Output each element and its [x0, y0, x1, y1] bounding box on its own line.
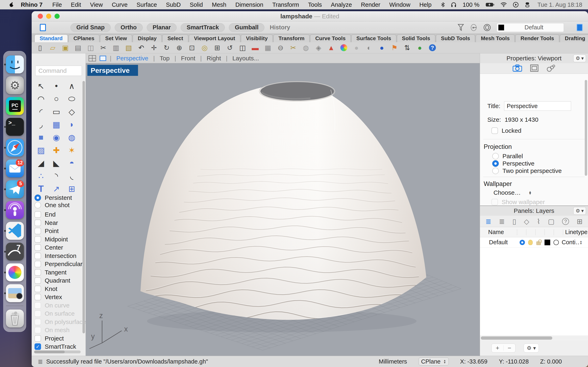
color-dots-tool-icon[interactable]: ∴	[33, 169, 49, 182]
save-icon[interactable]: ▣	[59, 43, 72, 52]
toggle-planar[interactable]: Planar	[147, 23, 177, 32]
curved-surface-tool-icon[interactable]: ◗	[64, 118, 79, 131]
viewport-tab-front[interactable]: Front	[181, 55, 195, 62]
ribbon-tab-standard[interactable]: Standard	[35, 34, 68, 42]
viewport-layout-icon[interactable]: ◫	[236, 43, 249, 52]
viewport-title-input[interactable]	[504, 101, 571, 111]
menu-clock[interactable]: Tue 1. Aug 18:18	[537, 1, 582, 8]
menu-view[interactable]: View	[90, 1, 103, 8]
panel-toggle-icon[interactable]	[577, 24, 583, 31]
cylinder-tool-icon[interactable]: ◍	[64, 131, 79, 144]
headphones-icon[interactable]	[451, 2, 457, 8]
point-tool-icon[interactable]: •	[49, 80, 64, 92]
menu-subd[interactable]: SubD	[166, 1, 181, 8]
dock-item-podcasts[interactable]	[3, 200, 26, 220]
menu-edit[interactable]: Edit	[71, 1, 81, 8]
ribbon-tab-mesh-tools[interactable]: Mesh Tools	[476, 34, 515, 42]
layer-row-default[interactable]: Default Conti… ▲▼	[480, 237, 588, 248]
viewport-tab-perspective[interactable]: Perspective	[116, 55, 148, 62]
ribbon-tab-transform[interactable]: Transform	[273, 34, 310, 42]
earth-icon[interactable]: ●	[414, 43, 426, 52]
locked-checkbox[interactable]	[492, 127, 498, 134]
sidebar-scrollbar[interactable]	[82, 81, 85, 333]
grid-icon[interactable]: ⊞	[577, 217, 583, 225]
menu-mesh[interactable]: Mesh	[212, 1, 226, 8]
units-label[interactable]: Millimeters	[379, 358, 407, 365]
ribbon-tab-surface-tools[interactable]: Surface Tools	[351, 34, 396, 42]
command-history-icon[interactable]: ≣	[38, 358, 43, 365]
viewport-title-label[interactable]: Perspective	[87, 65, 138, 76]
tangent-circle-icon[interactable]: ⊖	[274, 43, 287, 52]
ribbon-tab-viewport-layout[interactable]: Viewport Layout	[189, 34, 240, 42]
viewport-tab-top[interactable]: Top	[160, 55, 169, 62]
apple-menu-icon[interactable]	[9, 2, 14, 7]
scroll-icon[interactable]: ⌇	[537, 217, 540, 225]
cplane-dropdown[interactable]: CPlane ▲▼	[419, 358, 449, 366]
dock-item-safari[interactable]	[3, 137, 26, 158]
render-cone-icon[interactable]: ▲	[325, 43, 337, 52]
sphere-tool-icon[interactable]: ◉	[49, 131, 64, 144]
active-layer-field[interactable]: Default	[497, 23, 564, 32]
display-icon[interactable]: ▢	[548, 217, 554, 225]
box-icon[interactable]: ◇	[524, 217, 529, 225]
ribbon-tab-solid-tools[interactable]: Solid Tools	[397, 34, 435, 42]
dock-item-trash[interactable]	[3, 308, 26, 329]
layer-material-icon[interactable]	[553, 240, 559, 245]
osnap-radio-one-shot[interactable]: One shot	[35, 201, 80, 209]
display-mode-icon[interactable]	[530, 64, 538, 73]
split-tool-icon[interactable]: ◣	[49, 157, 64, 169]
properties-scrollbar[interactable]	[585, 80, 587, 176]
undo-view-icon[interactable]: ↺	[224, 43, 236, 52]
pan-icon[interactable]: ✛	[148, 43, 160, 52]
osnap-check-knot[interactable]: Knot	[35, 285, 80, 293]
color-wheel-icon[interactable]	[337, 43, 350, 52]
projection-perspective[interactable]: Perspective	[492, 160, 562, 167]
viewport-tab-right[interactable]: Right	[207, 55, 221, 62]
flag-icon[interactable]: ⚑	[388, 43, 401, 52]
osnap-check-end[interactable]: End	[35, 210, 80, 219]
bluetooth-icon[interactable]	[441, 2, 445, 8]
history-toggle[interactable]: History	[270, 24, 290, 31]
osnap-check-smarttrack[interactable]: ✓SmartTrack	[35, 342, 80, 351]
spotlight-icon[interactable]: ◍	[300, 43, 312, 52]
menu-dimension[interactable]: Dimension	[235, 1, 263, 8]
dock-item-telegram[interactable]: 5	[3, 179, 26, 200]
control-point-curve-tool-icon[interactable]: ◠	[33, 92, 49, 105]
fillet-curves-tool-icon[interactable]: ◞	[33, 118, 49, 131]
ribbon-tab-drafting[interactable]: Drafting	[560, 34, 588, 42]
plug-circle-icon[interactable]	[470, 24, 478, 32]
link-circles-icon[interactable]	[546, 64, 555, 73]
arc-tool-icon[interactable]: ◜	[33, 105, 49, 118]
osnap-check-near[interactable]: Near	[35, 219, 80, 227]
paste-icon[interactable]: ▧	[122, 43, 135, 52]
trim-tool-icon[interactable]: ◢	[33, 157, 49, 169]
new-file-icon[interactable]: ▯	[34, 43, 46, 52]
print-icon[interactable]: ▤	[72, 43, 84, 52]
wallpaper-choose-dropdown[interactable]: Choose… ▲▼	[493, 189, 532, 196]
menu-analyze[interactable]: Analyze	[331, 1, 352, 8]
split-scissors-icon[interactable]: ✂	[287, 43, 300, 52]
dock-item-system-settings[interactable]: ⚙	[3, 75, 26, 96]
ribbon-tab-select[interactable]: Select	[162, 34, 188, 42]
blend-curve-tool-icon[interactable]: ◟	[64, 169, 79, 182]
dock-item-finder[interactable]	[3, 54, 26, 75]
layout-arrows-icon[interactable]: ⇅	[401, 43, 414, 52]
ribbon-tab-set-view[interactable]: Set View	[100, 34, 132, 42]
layers-footer-gear-button[interactable]: ⚙▾	[524, 343, 539, 352]
osnap-check-vertex[interactable]: Vertex	[35, 293, 80, 301]
command-input[interactable]	[35, 66, 82, 76]
menu-file[interactable]: File	[52, 1, 62, 8]
boolean-union-tool-icon[interactable]: ◓	[64, 157, 79, 169]
lock-icon[interactable]: ◈	[312, 43, 325, 52]
viewport-tab-layouts[interactable]: Layouts...	[232, 55, 259, 62]
select-tool-icon[interactable]: ↖	[33, 80, 49, 92]
menu-curve[interactable]: Curve	[112, 1, 127, 8]
ribbon-tab-visibility[interactable]: Visibility	[241, 34, 273, 42]
plugin-tool-icon[interactable]: ✚	[49, 144, 64, 157]
dock-item-rhino-7[interactable]: 7	[3, 241, 26, 262]
battery-icon[interactable]	[485, 2, 494, 7]
menu-surface[interactable]: Surface	[137, 1, 157, 8]
camera-icon[interactable]	[513, 64, 522, 73]
osnap-check-intersection[interactable]: Intersection	[35, 252, 80, 260]
add-layer-button[interactable]: +	[492, 345, 503, 351]
